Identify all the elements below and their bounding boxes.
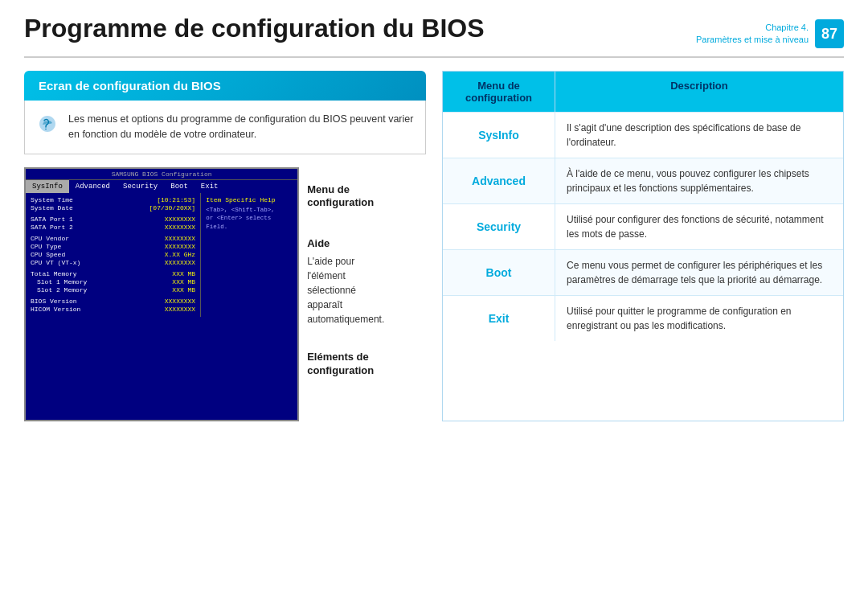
callouts: Menu deconfiguration Aide L'aide pourl'é… (307, 167, 426, 421)
section-header: Ecran de configuration du BIOS (24, 71, 426, 101)
bios-screen: SAMSUNG BIOS Configuration SysInfo Advan… (24, 167, 299, 421)
td-boot-desc: Ce menu vous permet de configurer les pé… (555, 250, 843, 295)
td-security: Security (443, 204, 555, 249)
callout-aide-label: Aide (307, 237, 426, 251)
left-column: Ecran de configuration du BIOS Les menus… (24, 71, 442, 421)
svg-point-0 (45, 129, 47, 130)
bios-menu-exit[interactable]: Exit (194, 180, 225, 193)
bios-help-text: <Tab>, <Shift-Tab>,or <Enter> selectsFie… (206, 206, 293, 232)
chapter-label: Chapitre 4. (696, 22, 809, 34)
td-security-desc: Utilisé pour configurer des fonctions de… (555, 204, 843, 249)
chapter-number: 87 (815, 19, 844, 48)
page-title: Programme de configuration du BIOS (24, 14, 485, 43)
table-row: Advanced À l'aide de ce menu, vous pouve… (443, 158, 843, 203)
bios-body: System Time[10:21:53] System Date[07/30/… (26, 193, 297, 317)
note-box: Les menus et options du programme de con… (24, 101, 426, 154)
bios-help-title: Item Specific Help (206, 196, 293, 203)
note-text: Les menus et options du programme de con… (68, 112, 414, 142)
callout-menu-label: Menu deconfiguration (307, 183, 426, 211)
bios-menu-boot[interactable]: Boot (164, 180, 194, 193)
note-icon (36, 113, 59, 136)
title-divider (24, 56, 844, 58)
th-menu: Menu de configuration (443, 72, 555, 112)
table-row: SysInfo Il s'agit d'une description des … (443, 112, 843, 158)
bios-menu-bar: SysInfo Advanced Security Boot Exit (26, 180, 297, 193)
config-table: Menu de configuration Description SysInf… (442, 71, 844, 421)
th-desc: Description (555, 72, 843, 112)
td-boot: Boot (443, 250, 555, 295)
callout-aide: Aide L'aide pourl'élémentsélectionnéappa… (307, 237, 426, 326)
bios-menu-security[interactable]: Security (117, 180, 164, 193)
bios-title-bar: SAMSUNG BIOS Configuration (26, 169, 297, 180)
chapter-info: Chapitre 4. Paramètres et mise à niveau … (696, 14, 844, 48)
callout-elements-label: Eléments deconfiguration (307, 351, 426, 378)
bios-left-pane: System Time[10:21:53] System Date[07/30/… (26, 193, 201, 317)
bios-menu-sysinfo[interactable]: SysInfo (26, 180, 69, 193)
page-header: Programme de configuration du BIOS Chapi… (0, 0, 868, 56)
main-content: Ecran de configuration du BIOS Les menus… (0, 71, 868, 421)
bios-menu-advanced[interactable]: Advanced (69, 180, 117, 193)
callout-elements: Eléments deconfiguration (307, 351, 426, 381)
td-sysinfo: SysInfo (443, 113, 555, 158)
table-row: Exit Utilisé pour quitter le programme d… (443, 295, 843, 341)
table-row: Boot Ce menu vous permet de configurer l… (443, 249, 843, 295)
table-header: Menu de configuration Description (443, 72, 843, 112)
bios-right-pane: Item Specific Help <Tab>, <Shift-Tab>,or… (201, 193, 297, 317)
td-advanced-desc: À l'aide de ce menu, vous pouvez configu… (555, 158, 843, 203)
td-sysinfo-desc: Il s'agit d'une description des spécific… (555, 113, 843, 158)
callout-aide-text: L'aide pourl'élémentsélectionnéapparaîta… (307, 254, 426, 326)
td-advanced: Advanced (443, 158, 555, 203)
callout-menu-config: Menu deconfiguration (307, 183, 426, 214)
td-exit: Exit (443, 296, 555, 341)
table-row: Security Utilisé pour configurer des fon… (443, 203, 843, 249)
chapter-sub: Paramètres et mise à niveau (696, 34, 809, 46)
td-exit-desc: Utilisé pour quitter le programme de con… (555, 296, 843, 341)
